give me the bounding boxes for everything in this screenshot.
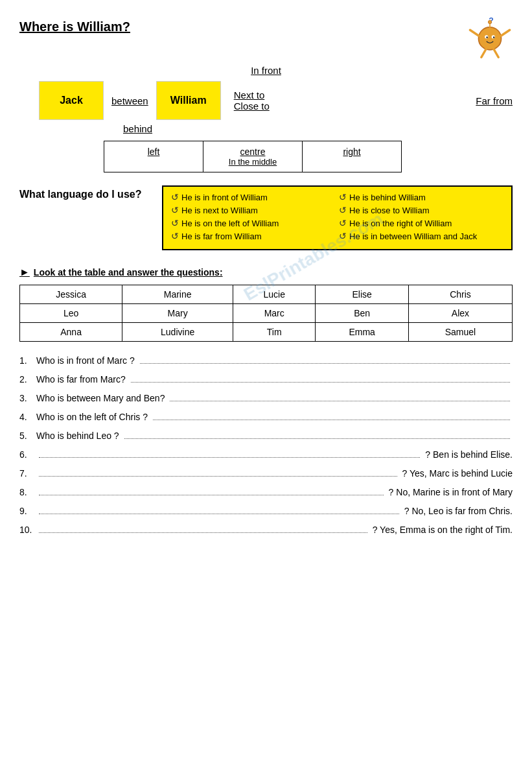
what-language-label: What language do I use? xyxy=(19,185,149,200)
svg-point-4 xyxy=(493,36,495,38)
lang-text-4a: He is far from William xyxy=(181,231,262,241)
right-label: right xyxy=(308,147,396,157)
arrow-icon-3b: ↺ xyxy=(339,218,347,228)
question-number: 1. xyxy=(19,355,34,366)
question-text: Who is in front of Marc ? xyxy=(36,355,135,366)
svg-line-6 xyxy=(502,30,510,36)
lang-row-3: ↺ He is on the left of William ↺ He is o… xyxy=(171,218,503,228)
lang-item-4b: ↺ He is in between William and Jack xyxy=(339,231,503,241)
bullet-arrow-icon: ► xyxy=(19,266,30,278)
question-item: 5.Who is behind Leo ? xyxy=(19,430,513,441)
left-box: left xyxy=(104,141,203,172)
table-cell: Anna xyxy=(20,323,122,342)
question-number: 6. xyxy=(19,449,34,460)
next-close-labels: Next to Close to xyxy=(234,89,270,112)
in-front-label: In front xyxy=(251,65,281,76)
far-from-label: Far from xyxy=(476,95,513,106)
svg-line-7 xyxy=(481,49,486,57)
arrow-icon-2a: ↺ xyxy=(171,205,179,215)
grid-table: JessicaMarineLucieEliseChrisLeoMaryMarcB… xyxy=(19,285,513,342)
table-cell: Mary xyxy=(122,304,233,323)
diagram-section: In front Jack between William Next to Cl… xyxy=(19,65,513,172)
question-number: 10. xyxy=(19,525,34,535)
question-number: 7. xyxy=(19,468,34,479)
table-row: JessicaMarineLucieEliseChris xyxy=(20,285,513,304)
lang-text-3a: He is on the left of William xyxy=(181,219,279,228)
arrow-icon-4b: ↺ xyxy=(339,231,347,241)
table-cell: Lucie xyxy=(233,285,316,304)
instruction-text: Look at the table and answer the questio… xyxy=(34,267,223,278)
question-dots xyxy=(39,468,397,477)
table-cell: Samuel xyxy=(408,323,512,342)
lang-row-1: ↺ He is in front of William ↺ He is behi… xyxy=(171,192,503,202)
table-cell: Chris xyxy=(408,285,512,304)
question-answer: ? Yes, Marc is behind Lucie xyxy=(402,468,513,479)
lang-row-2: ↺ He is next to William ↺ He is close to… xyxy=(171,205,503,215)
lang-text-2a: He is next to William xyxy=(181,206,258,215)
question-answer: ? Ben is behind Elise. xyxy=(425,449,513,460)
svg-point-3 xyxy=(486,36,488,38)
instruction-line: ► Look at the table and answer the quest… xyxy=(19,266,513,278)
question-number: 5. xyxy=(19,431,34,441)
lang-text-2b: He is close to William xyxy=(349,206,430,215)
lang-item-3a: ↺ He is on the left of William xyxy=(171,218,336,228)
table-cell: Ludivine xyxy=(122,323,233,342)
svg-line-8 xyxy=(494,49,498,57)
lang-item-2a: ↺ He is next to William xyxy=(171,205,336,215)
in-the-middle-label: In the middle xyxy=(209,157,297,167)
table-cell: Alex xyxy=(408,304,512,323)
arrow-icon-3a: ↺ xyxy=(171,218,179,228)
question-item: 1.Who is in front of Marc ? xyxy=(19,355,513,366)
question-dots xyxy=(39,524,367,533)
arrow-icon-1a: ↺ xyxy=(171,192,179,202)
jack-william-row: Jack between William Next to Close to Fa… xyxy=(19,81,513,120)
page-title: Where is William? xyxy=(19,19,130,34)
question-item: 9.? No, Leo is far from Chris. xyxy=(19,505,513,516)
language-box: ↺ He is in front of William ↺ He is behi… xyxy=(162,185,513,250)
question-dots xyxy=(39,449,420,458)
next-to-label: Next to xyxy=(234,89,270,101)
close-to-label: Close to xyxy=(234,101,270,112)
question-answer: ? No, Leo is far from Chris. xyxy=(404,506,513,516)
table-cell: Ben xyxy=(316,304,409,323)
question-text: Who is between Mary and Ben? xyxy=(36,393,165,403)
lang-item-1a: ↺ He is in front of William xyxy=(171,192,336,202)
table-cell: Leo xyxy=(20,304,122,323)
lang-text-4b: He is in between William and Jack xyxy=(349,231,477,241)
header: Where is William? ? xyxy=(19,13,513,58)
arrow-icon-2b: ↺ xyxy=(339,205,347,215)
question-number: 2. xyxy=(19,374,34,385)
table-cell: Jessica xyxy=(20,285,122,304)
question-item: 7.? Yes, Marc is behind Lucie xyxy=(19,468,513,479)
centre-label: centre xyxy=(209,147,297,157)
table-cell: Marc xyxy=(233,304,316,323)
left-label: left xyxy=(110,147,198,157)
right-box: right xyxy=(303,141,401,172)
question-item: 8.? No, Marine is in front of Mary xyxy=(19,486,513,497)
lang-item-1b: ↺ He is behind William xyxy=(339,192,503,202)
arrow-icon-4a: ↺ xyxy=(171,231,179,241)
question-number: 8. xyxy=(19,487,34,497)
lang-row-4: ↺ He is far from William ↺ He is in betw… xyxy=(171,231,503,241)
lang-text-1b: He is behind William xyxy=(349,193,426,202)
question-number: 4. xyxy=(19,412,34,422)
jack-box: Jack xyxy=(39,81,104,120)
what-language-section: What language do I use? ↺ He is in front… xyxy=(19,185,513,250)
arrow-icon-1b: ↺ xyxy=(339,192,347,202)
question-dots xyxy=(170,392,510,401)
lang-item-3b: ↺ He is on the right of William xyxy=(339,218,503,228)
table-row: AnnaLudivineTimEmmaSamuel xyxy=(20,323,513,342)
behind-label: behind xyxy=(123,123,152,134)
table-cell: Marine xyxy=(122,285,233,304)
lang-text-1a: He is in front of William xyxy=(181,193,268,202)
between-label: between xyxy=(111,95,148,106)
question-dots xyxy=(131,373,510,383)
table-row: LeoMaryMarcBenAlex xyxy=(20,304,513,323)
questions-section: 1.Who is in front of Marc ?2.Who is far … xyxy=(19,355,513,535)
question-text: Who is on the left of Chris ? xyxy=(36,412,148,422)
question-text: Who is far from Marc? xyxy=(36,374,126,385)
william-box: William xyxy=(156,81,221,120)
svg-point-0 xyxy=(479,27,502,50)
lang-text-3b: He is on the right of William xyxy=(349,219,452,228)
question-number: 9. xyxy=(19,506,34,516)
